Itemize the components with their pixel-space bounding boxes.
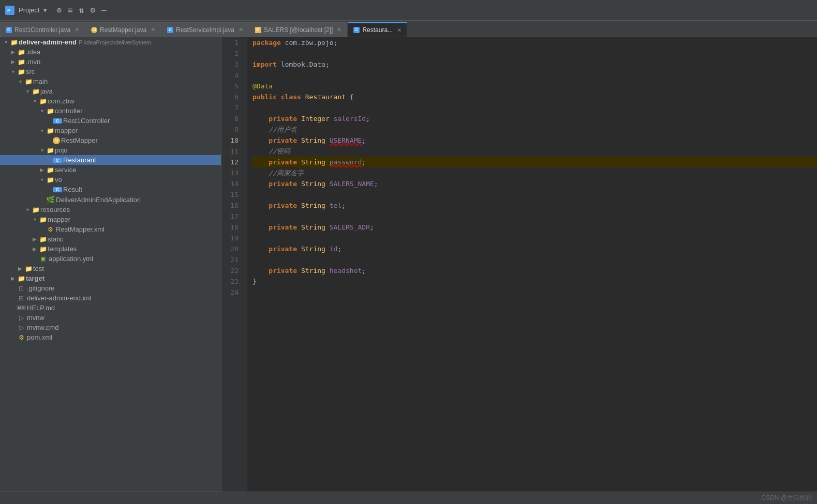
tree-item-controller[interactable]: ▾ 📁 controller (0, 106, 221, 116)
tree-label-service: service (55, 166, 76, 174)
tree-arrow-mapper2: ▾ (31, 217, 38, 222)
code-line-18: private String SALERS_ADR; (252, 222, 817, 233)
tree-label-mapper2: mapper (48, 216, 70, 223)
toolbar-icon-3[interactable]: ⇅ (79, 5, 84, 15)
code-line-21 (252, 254, 817, 265)
tree-item-templates[interactable]: ▶ 📁 templates (0, 244, 221, 254)
code-line-14: private String SALERS_NAME; (252, 178, 817, 189)
tree-item-comzbw[interactable]: ▾ 📁 com.zbw (0, 96, 221, 106)
tree-item-restaurant[interactable]: C Restaurant (0, 155, 221, 165)
folder-icon-vo: 📁 (46, 176, 55, 184)
tree-label-src: src (26, 68, 35, 75)
token-string-14: String (301, 178, 325, 189)
ln-14: 14 (221, 178, 243, 189)
ln-5: 5 (221, 81, 243, 91)
tree-arrow-target: ▶ (9, 276, 17, 281)
code-line-3: import lombok.Data; (252, 59, 817, 70)
spring-icon-application: 🌿 (46, 195, 55, 204)
tab-salers[interactable]: ⊞ SALERS [@localhost [2]] ✕ (249, 22, 348, 37)
tree-item-mapper2[interactable]: ▾ 📁 mapper (0, 215, 221, 224)
tree-label-rest1: Rest1Controller (63, 117, 110, 125)
tab-label-salers: SALERS [@localhost [2]] (264, 26, 333, 34)
tree-item-application[interactable]: 🌿 DeliverAdminEndApplication (0, 194, 221, 205)
code-editor[interactable]: 1 2 3 4 5 6 7 8 9 10 11 12 13 14 15 16 1… (221, 37, 817, 492)
tree-arrow-pojo: ▾ (38, 147, 46, 153)
tab-restaurant[interactable]: C Restaura... ✕ (348, 22, 407, 37)
tree-arrow-static: ▶ (31, 236, 38, 242)
token-string-20: String (301, 243, 325, 254)
tree-item-service[interactable]: ▶ 📁 service (0, 165, 221, 175)
tree-label-pomxml: pom.xml (27, 333, 52, 341)
ln-15: 15 (221, 189, 243, 200)
tree-item-mvnw[interactable]: ▷ mvnw (0, 313, 221, 323)
folder-icon-mapper: 📁 (46, 127, 55, 134)
status-right: CSDN @生活的刺 (761, 494, 812, 502)
tree-label-root: deliver-admin-end (19, 38, 77, 46)
toolbar-icon-2[interactable]: ≡ (68, 5, 73, 15)
folder-icon-main: 📁 (24, 78, 33, 85)
tab-restservice[interactable]: C RestServiceImpl.java ✕ (161, 22, 249, 37)
t22c (325, 265, 330, 276)
tree-item-mvn[interactable]: ▶ 📁 .mvn (0, 57, 221, 67)
tab-close-restservice[interactable]: ✕ (239, 26, 243, 33)
tree-item-result[interactable]: C Result (0, 185, 221, 194)
java-icon-restaurant: C (53, 158, 62, 163)
t9a (252, 124, 269, 135)
tree-item-gitignore[interactable]: ⊡ .gitignore (0, 283, 221, 293)
tree-item-src[interactable]: ▾ 📁 src (0, 67, 221, 77)
xml-icon-restmapper: ⚙ (46, 226, 55, 233)
t14b (297, 178, 301, 189)
tab-close-restmapper[interactable]: ✕ (151, 26, 155, 33)
token-salersid: salersId (334, 113, 366, 124)
tree-item-idea[interactable]: ▶ 📁 .idea (0, 47, 221, 57)
t8b (297, 113, 301, 124)
tab-icon-restmapper: M (91, 27, 97, 33)
tree-item-restmapper[interactable]: M RestMapper (0, 135, 221, 145)
tree-label-controller: controller (55, 107, 82, 115)
tab-close-restaurant[interactable]: ✕ (397, 27, 402, 34)
tree-item-mapper[interactable]: ▾ 📁 mapper (0, 126, 221, 135)
tree-item-root[interactable]: ▾ 📁 deliver-admin-end F:\ideaProject\del… (0, 37, 221, 47)
tree-item-restmapperxml[interactable]: ⚙ RestMapper.xml (0, 224, 221, 234)
code-line-5: @Data (252, 81, 817, 91)
t8a (252, 113, 269, 124)
token-package: package (252, 37, 281, 48)
t6c (301, 91, 305, 102)
toolbar-icon-5[interactable]: — (101, 5, 107, 15)
t12c (325, 157, 330, 167)
tree-item-test[interactable]: ▶ 📁 test (0, 264, 221, 273)
tab-close-rest1[interactable]: ✕ (75, 26, 79, 33)
tree-item-appyml[interactable]: ▣ application.yml (0, 254, 221, 264)
tree-item-resources[interactable]: ▾ 📁 resources (0, 205, 221, 215)
token-private-18: private (269, 222, 297, 233)
tree-item-java[interactable]: ▾ 📁 java (0, 86, 221, 96)
code-line-9: //用户名 (252, 124, 817, 135)
t12b (297, 157, 301, 167)
toolbar-icon-4[interactable]: ⚙ (90, 5, 95, 15)
tree-item-target[interactable]: ▶ 📁 target (0, 273, 221, 283)
tree-item-main[interactable]: ▾ 📁 main (0, 77, 221, 86)
main-content: ▾ 📁 deliver-admin-end F:\ideaProject\del… (0, 37, 817, 492)
project-dropdown-arrow[interactable]: ▾ (43, 6, 47, 14)
code-line-16: private String tel; (252, 200, 817, 211)
t18d: ; (370, 222, 374, 233)
token-data-ann: @Data (252, 81, 273, 91)
tree-item-iml[interactable]: ⊟ deliver-admin-end.iml (0, 293, 221, 303)
tab-close-salers[interactable]: ✕ (337, 26, 341, 33)
tree-item-pomxml[interactable]: ⚙ pom.xml (0, 332, 221, 342)
tree-item-rest1[interactable]: C Rest1Controller (0, 116, 221, 126)
tree-item-mvnwcmd[interactable]: ▷ mvnw.cmd (0, 323, 221, 332)
t12a (252, 157, 269, 167)
tree-item-static[interactable]: ▶ 📁 static (0, 234, 221, 244)
tree-label-application: DeliverAdminEndApplication (56, 196, 141, 204)
token-comment-password: //密码 (269, 146, 290, 157)
tab-icon-salers: ⊞ (255, 27, 261, 33)
tree-item-helpmd[interactable]: MD HELP.md (0, 303, 221, 313)
tree-item-pojo[interactable]: ▾ 📁 pojo (0, 145, 221, 155)
tree-item-vo[interactable]: ▾ 📁 vo (0, 175, 221, 185)
yml-icon-app: ▣ (38, 255, 48, 262)
toolbar-icon-1[interactable]: ⊕ (56, 5, 62, 15)
token-string-22: String (301, 265, 325, 276)
tab-rest1controller[interactable]: C Rest1Controller.java ✕ (0, 22, 85, 37)
tab-restmapper[interactable]: M RestMapper.java ✕ (85, 22, 161, 37)
